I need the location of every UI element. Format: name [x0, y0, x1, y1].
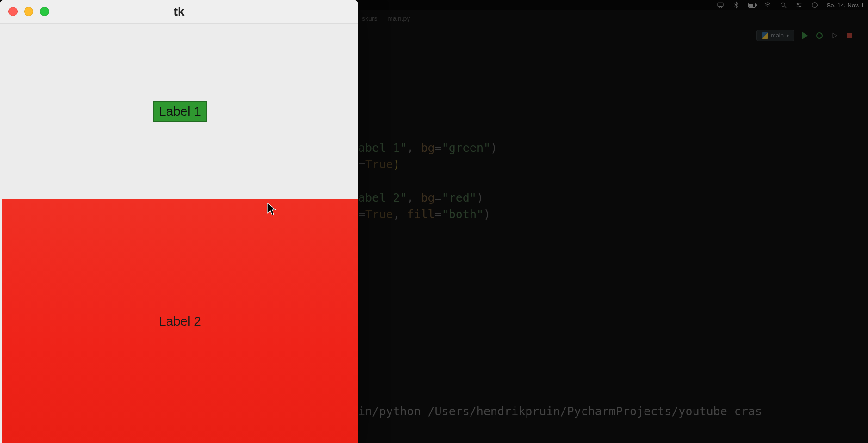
desktop: So. 14. Nov. 1 skurs — main.py main abel — [0, 0, 868, 443]
editor-code[interactable]: abel 1", bg="green") =True) abel 2", bg=… — [358, 140, 868, 223]
macos-menubar: So. 14. Nov. 1 — [358, 0, 868, 10]
siri-icon[interactable] — [811, 1, 818, 9]
zoom-icon[interactable] — [40, 7, 49, 16]
minimize-icon[interactable] — [24, 7, 33, 16]
svg-point-8 — [812, 3, 817, 8]
svg-point-1 — [767, 6, 768, 7]
stop-icon[interactable] — [847, 33, 852, 38]
menubar-clock[interactable]: So. 14. Nov. 1 — [827, 2, 864, 9]
bottom-pane: Label 2 — [2, 199, 358, 443]
python-icon — [762, 32, 768, 39]
chevron-down-icon — [787, 34, 789, 37]
screen-mirroring-icon[interactable] — [717, 1, 724, 9]
run-with-coverage-icon[interactable] — [831, 32, 838, 39]
wifi-icon[interactable] — [764, 1, 771, 9]
spotlight-search-icon[interactable] — [780, 1, 787, 9]
label-2: Label 2 — [159, 314, 201, 329]
tk-app-window: tk Label 1 Label 2 — [0, 0, 358, 443]
svg-marker-10 — [833, 33, 837, 38]
svg-rect-0 — [718, 3, 723, 6]
run-icon[interactable] — [802, 32, 808, 39]
window-controls — [8, 7, 49, 16]
bluetooth-icon[interactable] — [732, 1, 740, 9]
label-1: Label 1 — [153, 101, 207, 122]
ide-tab-title: skurs — main.py — [358, 15, 410, 25]
ide-window: skurs — main.py main abel 1", bg="green"… — [358, 10, 868, 443]
run-config-name: main — [771, 32, 784, 39]
terminal-output[interactable]: in/python /Users/hendrikpruin/PycharmPro… — [358, 405, 868, 418]
ide-toolbar: main — [748, 30, 861, 41]
control-center-icon[interactable] — [795, 1, 803, 9]
titlebar[interactable]: tk — [0, 0, 358, 24]
window-title: tk — [174, 5, 184, 19]
top-pane: Label 1 — [2, 24, 358, 199]
tk-body: Label 1 Label 2 — [2, 24, 358, 443]
battery-icon[interactable] — [748, 1, 756, 9]
debug-icon[interactable] — [816, 32, 823, 39]
svg-line-3 — [784, 6, 786, 8]
close-icon[interactable] — [8, 7, 18, 16]
run-config-selector[interactable]: main — [756, 30, 794, 41]
svg-point-2 — [781, 3, 785, 6]
